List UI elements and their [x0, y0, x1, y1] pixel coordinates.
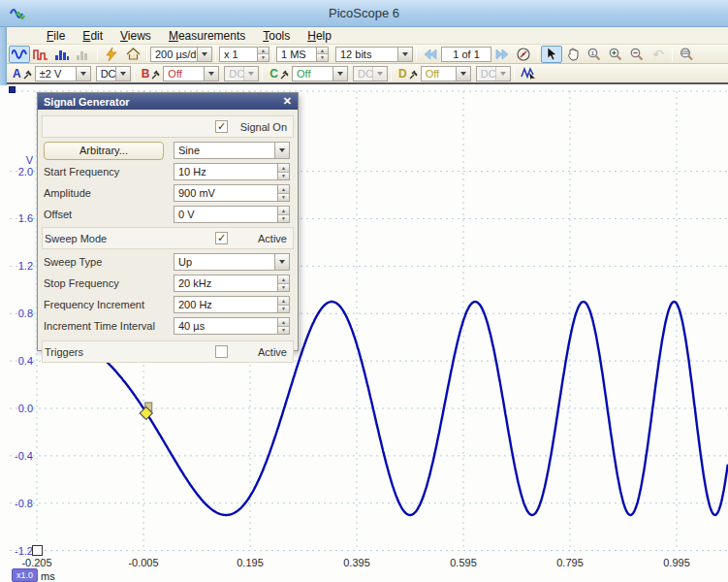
amplitude-row: Amplitude 900 mV ▲▼ — [44, 182, 292, 204]
channel-d-range-dropdown-button[interactable] — [456, 67, 470, 81]
x-axis-zoom-badge[interactable]: x1.0 — [12, 568, 38, 582]
menu-measurements[interactable]: Measurements — [160, 28, 254, 44]
timebase-combobox[interactable]: 200 µs/div — [150, 47, 212, 62]
undo-zoom-button[interactable]: ↶ — [648, 46, 669, 63]
menu-tools[interactable]: Tools — [254, 28, 299, 44]
spin-down-icon[interactable]: ▼ — [278, 327, 289, 335]
timebase-dropdown-button[interactable] — [197, 48, 211, 61]
auto-setup-button[interactable] — [101, 46, 122, 63]
spin-down-icon[interactable]: ▼ — [258, 54, 269, 61]
oversample-spinner[interactable]: ▲▼ — [257, 48, 269, 61]
channel-b-coupling-value: DC — [225, 68, 243, 80]
signal-on-checkbox[interactable]: ✓ — [215, 120, 228, 133]
oversample-spinbox[interactable]: x 1 ▲▼ — [219, 47, 269, 62]
spectrum-view-button[interactable] — [30, 46, 51, 63]
spin-down-icon[interactable]: ▼ — [278, 194, 289, 202]
spin-down-icon[interactable]: ▼ — [278, 173, 289, 180]
sweep-type-dropdown-button[interactable] — [274, 254, 289, 270]
channel-c-range-dropdown-button[interactable] — [332, 67, 347, 81]
channel-a-probe-icon — [23, 70, 32, 80]
spin-up-icon[interactable]: ▲ — [278, 164, 289, 173]
buffer-indicator[interactable]: 1 of 1 — [441, 47, 491, 62]
channel-b-range-combobox[interactable]: Off — [163, 66, 219, 81]
increment-time-interval-spinner[interactable]: ▲▼ — [277, 318, 289, 334]
menu-bar: File Edit Views Measurements Tools Help — [7, 27, 728, 45]
channel-b-range-dropdown-button[interactable] — [204, 67, 218, 81]
signal-generator-dialog[interactable]: Signal Generator ✕ ✓ Signal On Arbitrary… — [37, 92, 299, 351]
samples-spinbox[interactable]: 1 MS ▲▼ — [276, 47, 329, 62]
sweep-mode-checkbox[interactable]: ✓ — [215, 232, 228, 244]
normal-cursor-button[interactable] — [541, 46, 562, 63]
stop-frequency-spinbox[interactable]: 20 kHz ▲▼ — [174, 275, 290, 292]
close-icon[interactable]: ✕ — [283, 95, 292, 108]
spin-up-icon[interactable]: ▲ — [278, 275, 289, 284]
spin-up-icon[interactable]: ▲ — [278, 297, 289, 306]
channel-a-axis-marker[interactable] — [9, 86, 16, 93]
hand-tool-button[interactable] — [562, 46, 584, 63]
channel-c-range-combobox[interactable]: Off — [292, 66, 348, 81]
resolution-dropdown-button[interactable] — [397, 48, 412, 61]
zoom-out-button[interactable] — [626, 46, 648, 63]
offset-spinbox[interactable]: 0 V ▲▼ — [174, 206, 290, 223]
channel-a-range-combobox[interactable]: ±2 V — [35, 66, 91, 81]
marquee-zoom-button[interactable]: 1 — [584, 46, 605, 63]
next-buffer-button[interactable] — [491, 46, 513, 63]
resolution-combobox[interactable]: 12 bits — [335, 47, 413, 62]
next-buffer-icon — [495, 48, 509, 60]
prev-buffer-button[interactable] — [420, 46, 441, 63]
amplitude-spinbox[interactable]: 900 mV ▲▼ — [174, 184, 290, 202]
signal-generator-dialog-titlebar[interactable]: Signal Generator ✕ — [38, 93, 298, 110]
samples-spinner[interactable]: ▲▼ — [316, 48, 328, 61]
spin-down-icon[interactable]: ▼ — [278, 306, 289, 313]
offset-label: Offset — [44, 209, 72, 220]
triggers-checkbox[interactable] — [215, 345, 228, 358]
menu-edit[interactable]: Edit — [74, 28, 111, 44]
spin-up-icon[interactable]: ▲ — [278, 207, 289, 215]
y-axis-offset-handle[interactable] — [32, 545, 43, 556]
spin-up-icon[interactable]: ▲ — [278, 185, 289, 194]
channel-c-range-value: Off — [293, 68, 332, 80]
sweep-type-combobox[interactable]: Up — [174, 253, 290, 271]
signal-generator-dialog-title: Signal Generator — [44, 96, 130, 108]
spin-down-icon[interactable]: ▼ — [278, 215, 289, 223]
sweep-mode-label: Sweep Mode — [45, 233, 107, 244]
frequency-increment-spinbox[interactable]: 200 Hz ▲▼ — [174, 296, 290, 313]
persistence-view-button[interactable] — [51, 46, 73, 63]
menu-help[interactable]: Help — [299, 28, 340, 44]
channel-a-coupling-dropdown-button[interactable] — [115, 67, 130, 81]
zoom-in-button[interactable] — [605, 46, 626, 63]
increment-time-interval-row: Increment Time Interval 40 µs ▲▼ — [44, 315, 292, 337]
home-button[interactable] — [122, 46, 143, 63]
wave-type-combobox[interactable]: Sine — [174, 142, 290, 159]
spin-down-icon[interactable]: ▼ — [278, 284, 289, 292]
signal-generator-button[interactable] — [518, 65, 539, 82]
channel-d-button[interactable]: D — [398, 67, 407, 81]
channel-d-range-combobox[interactable]: Off — [421, 66, 471, 81]
offset-spinner[interactable]: ▲▼ — [277, 207, 289, 222]
spin-up-icon[interactable]: ▲ — [258, 48, 269, 55]
channel-a-coupling-combobox[interactable]: DC — [96, 66, 131, 81]
increment-time-interval-spinbox[interactable]: 40 µs ▲▼ — [174, 317, 290, 335]
start-frequency-spinner[interactable]: ▲▼ — [277, 164, 289, 179]
buffer-overview-button[interactable] — [513, 46, 534, 63]
stop-frequency-spinner[interactable]: ▲▼ — [277, 275, 289, 291]
channel-a-range-dropdown-button[interactable] — [76, 67, 90, 81]
amplitude-value: 900 mV — [174, 187, 277, 199]
frequency-increment-spinner[interactable]: ▲▼ — [277, 297, 289, 312]
amplitude-spinner[interactable]: ▲▼ — [277, 185, 289, 201]
menu-file[interactable]: File — [38, 28, 74, 44]
channel-a-button[interactable]: A — [13, 67, 21, 81]
menu-views[interactable]: Views — [111, 28, 160, 44]
channel-c-button[interactable]: C — [269, 67, 278, 81]
spin-up-icon[interactable]: ▲ — [278, 318, 289, 327]
start-frequency-spinbox[interactable]: 10 Hz ▲▼ — [174, 163, 290, 180]
spin-down-icon[interactable]: ▼ — [317, 54, 328, 61]
scope-view-button[interactable] — [9, 46, 30, 63]
xy-view-button[interactable] — [73, 46, 94, 63]
arbitrary-button[interactable]: Arbitrary... — [44, 142, 164, 160]
zoom-overview-button[interactable]: 100 — [676, 46, 697, 63]
channel-b-button[interactable]: B — [142, 67, 150, 81]
wave-type-dropdown-button[interactable] — [274, 143, 289, 158]
spin-up-icon[interactable]: ▲ — [317, 48, 328, 55]
title-bar[interactable]: PicoScope 6 — [0, 0, 728, 27]
